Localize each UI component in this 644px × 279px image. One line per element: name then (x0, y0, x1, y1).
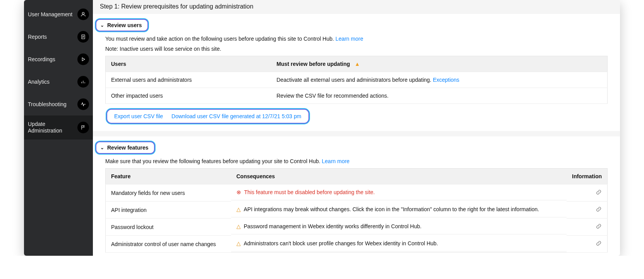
col-information: Information (567, 169, 608, 184)
link-icon[interactable] (596, 241, 602, 248)
sidebar-item-user-management[interactable]: User Management (24, 3, 93, 26)
table-row: Mandatory fields for new users ⊗ This fe… (106, 184, 608, 202)
col-must-review: Must review before updating ▲ (271, 56, 608, 72)
note-text: Note: Inactive users will lose service o… (105, 46, 608, 52)
sidebar-item-troubleshooting[interactable]: Troubleshooting (24, 93, 93, 115)
intro-text: Make sure that you review the following … (105, 158, 608, 164)
warning-icon: △ (236, 206, 241, 212)
app-window: User Management Reports Recordings Analy… (24, 0, 620, 256)
warning-icon: ▲ (355, 61, 360, 67)
sidebar-item-recordings[interactable]: Recordings (24, 48, 93, 71)
exceptions-link[interactable]: Exceptions (433, 77, 459, 83)
info-cell (567, 202, 608, 219)
feature-cell: Mandatory fields for new users (106, 184, 231, 202)
review-users-toggle[interactable]: ⌄ Review users (95, 19, 149, 32)
table-row: Other impacted users Review the CSV file… (106, 88, 608, 104)
review-features-panel: ⌄ Review features Make sure that you rev… (93, 136, 620, 256)
flag-icon (77, 122, 89, 133)
export-csv-link[interactable]: Export user CSV file (114, 113, 163, 119)
csv-actions: Export user CSV file Download user CSV f… (106, 108, 310, 124)
table-row: Administrator control of user name chang… (106, 236, 608, 253)
warning-icon: △ (236, 223, 241, 229)
main-content: Step 1: Review prerequisites for updatin… (93, 0, 620, 256)
info-cell (567, 219, 608, 236)
user-icon (77, 9, 89, 20)
section-heading: Review users (107, 22, 142, 28)
user-cell: External users and administrators (106, 72, 271, 88)
sidebar-item-update-administration[interactable]: Update Administration (24, 115, 93, 140)
users-table: Users Must review before updating ▲ Exte… (105, 56, 608, 104)
sidebar-item-label: Reports (28, 34, 75, 40)
col-consequences: Consequences (231, 169, 567, 184)
svg-point-0 (82, 12, 84, 14)
table-row: API integration △ API integrations may b… (106, 202, 608, 219)
play-icon (77, 53, 89, 65)
feature-cell: Administrator control of user name chang… (106, 236, 231, 253)
sidebar-item-reports[interactable]: Reports (24, 26, 93, 48)
consequence-cell: ⊗ This feature must be disabled before u… (231, 184, 567, 200)
consequence-cell: △ Administrators can't block user profil… (231, 236, 567, 251)
sidebar-item-label: User Management (28, 11, 75, 18)
review-features-toggle[interactable]: ⌄ Review features (95, 141, 155, 154)
link-icon[interactable] (596, 190, 602, 196)
sidebar-item-label: Analytics (28, 79, 75, 85)
warning-icon: △ (236, 240, 241, 246)
feature-cell: API integration (106, 202, 231, 219)
col-feature: Feature (106, 169, 231, 184)
sidebar-item-analytics[interactable]: Analytics (24, 71, 93, 93)
user-cell: Other impacted users (106, 88, 271, 104)
consequence-cell: △ API integrations may break without cha… (231, 202, 567, 217)
doc-icon (77, 31, 89, 43)
features-table: Feature Consequences Information Mandato… (105, 168, 608, 253)
table-row: Password lockout △ Password management i… (106, 219, 608, 236)
learn-more-link[interactable]: Learn more (336, 36, 363, 42)
consequence-cell: △ Password management in Webex identity … (231, 219, 567, 234)
step-title: Step 1: Review prerequisites for updatin… (93, 0, 620, 14)
review-users-panel: ⌄ Review users You must review and take … (93, 14, 620, 131)
error-icon: ⊗ (236, 189, 241, 195)
link-icon[interactable] (596, 224, 602, 231)
info-cell (567, 184, 608, 202)
col-users: Users (106, 56, 271, 72)
table-row: External users and administrators Deacti… (106, 72, 608, 88)
action-cell: Review the CSV file for recommended acti… (271, 88, 608, 104)
info-cell (567, 236, 608, 253)
section-heading: Review features (107, 145, 149, 151)
pulse-icon (77, 98, 89, 110)
action-cell: Deactivate all external users and admini… (271, 72, 608, 88)
intro-text: You must review and take action on the f… (105, 36, 608, 42)
learn-more-link[interactable]: Learn more (322, 158, 350, 164)
link-icon[interactable] (596, 207, 602, 214)
sidebar: User Management Reports Recordings Analy… (24, 0, 93, 256)
feature-cell: Password lockout (106, 219, 231, 236)
sidebar-item-label: Update Administration (28, 121, 75, 134)
chevron-down-icon: ⌄ (100, 22, 104, 28)
chevron-down-icon: ⌄ (100, 145, 104, 150)
download-csv-link[interactable]: Download user CSV file generated at 12/7… (171, 113, 301, 119)
sidebar-item-label: Troubleshooting (28, 101, 75, 108)
sidebar-item-label: Recordings (28, 56, 75, 63)
bar-icon (77, 76, 89, 88)
